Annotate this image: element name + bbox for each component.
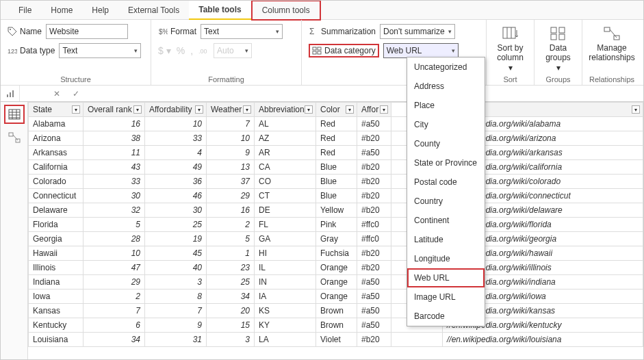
cell-afc[interactable]: #ffc0 xyxy=(357,218,391,232)
cell-abbr[interactable]: IA xyxy=(255,290,316,304)
cell-state[interactable]: California xyxy=(29,160,83,175)
dropdown-item[interactable]: Address xyxy=(407,77,485,96)
summarization-combo[interactable]: Don't summarize▾ xyxy=(380,24,455,39)
filter-icon[interactable]: ▾ xyxy=(305,105,313,114)
cell-afc[interactable]: #b20 xyxy=(357,333,391,347)
cell-rank[interactable]: 11 xyxy=(83,146,145,160)
commit-icon[interactable]: ✓ xyxy=(66,86,86,101)
cell-site[interactable]: //en.wikipedia.org/wiki/louisiana xyxy=(443,333,643,347)
name-input[interactable]: Website xyxy=(46,24,128,39)
cell-abbr[interactable]: IL xyxy=(255,261,316,275)
cell-color[interactable]: Yellow xyxy=(316,203,357,218)
cell-weather[interactable]: 15 xyxy=(207,318,255,333)
cell-abbr[interactable]: CA xyxy=(255,160,316,175)
filter-icon[interactable]: ▾ xyxy=(243,105,251,114)
cell-rank[interactable]: 7 xyxy=(83,304,145,318)
formula-input[interactable] xyxy=(86,86,643,101)
table-row[interactable]: Iowa2834IAOrange#a50//en.wikipedia.org/w… xyxy=(29,290,643,304)
cell-color[interactable]: Gray xyxy=(316,232,357,246)
cell-weather[interactable]: 25 xyxy=(207,275,255,290)
cell-afford[interactable]: 8 xyxy=(145,290,207,304)
column-header[interactable]: Overall rank▾ xyxy=(83,103,145,117)
table-row[interactable]: Florida5252FLPink#ffc0//en.wikipedia.org… xyxy=(29,218,643,232)
table-row[interactable]: Hawaii10451HIFuchsia#b20//en.wikipedia.o… xyxy=(29,246,643,261)
filter-icon[interactable]: ▾ xyxy=(632,105,640,114)
model-view-button[interactable] xyxy=(4,128,25,147)
column-header[interactable]: State▾ xyxy=(29,103,83,117)
cell-abbr[interactable]: AL xyxy=(255,117,316,131)
table-row[interactable]: Colorado333637COBlue#b20//en.wikipedia.o… xyxy=(29,175,643,189)
table-row[interactable]: Arkansas1149ARRed#a50//en.wikipedia.org/… xyxy=(29,146,643,160)
chart-view-icon[interactable] xyxy=(1,86,20,101)
dropdown-item[interactable]: Image URL xyxy=(407,287,485,307)
dropdown-item[interactable]: Postal code xyxy=(407,172,485,192)
cell-rank[interactable]: 29 xyxy=(83,275,145,290)
data-grid[interactable]: State▾Overall rank▾Affordability▾Weather… xyxy=(28,102,643,359)
cell-abbr[interactable]: KS xyxy=(255,304,316,318)
cell-rank[interactable]: 6 xyxy=(83,318,145,333)
cell-state[interactable]: Iowa xyxy=(29,290,83,304)
cell-afford[interactable]: 7 xyxy=(145,304,207,318)
cell-weather[interactable]: 7 xyxy=(207,117,255,131)
datatype-combo[interactable]: Text▾ xyxy=(59,43,141,58)
cell-rank[interactable]: 16 xyxy=(83,117,145,131)
cell-state[interactable]: Alabama xyxy=(29,117,83,131)
filter-icon[interactable]: ▾ xyxy=(195,105,203,114)
cell-state[interactable]: Illinois xyxy=(29,261,83,275)
cell-afford[interactable]: 36 xyxy=(145,175,207,189)
data-groups-button[interactable]: Datagroups ▾ xyxy=(541,24,575,74)
cell-state[interactable]: Arkansas xyxy=(29,146,83,160)
cell-state[interactable]: Kentucky xyxy=(29,318,83,333)
cell-state[interactable]: Kansas xyxy=(29,304,83,318)
tab-help[interactable]: Help xyxy=(82,1,118,19)
dropdown-item[interactable]: Continent xyxy=(407,211,485,230)
cell-afc[interactable]: #b20 xyxy=(357,131,391,146)
dropdown-item[interactable]: Uncategorized xyxy=(407,57,485,77)
dropdown-item[interactable]: Web URL xyxy=(407,268,485,287)
cell-afford[interactable]: 49 xyxy=(145,160,207,175)
dropdown-item[interactable]: Barcode xyxy=(407,307,485,326)
cell-afford[interactable]: 40 xyxy=(145,261,207,275)
cell-abbr[interactable]: KY xyxy=(255,318,316,333)
data-view-button[interactable] xyxy=(4,105,25,124)
table-row[interactable]: California434913CABlue#b20//en.wikipedia… xyxy=(29,160,643,175)
cell-color[interactable]: Orange xyxy=(316,275,357,290)
cell-weather[interactable]: 13 xyxy=(207,160,255,175)
cell-abbr[interactable]: FL xyxy=(255,218,316,232)
cell-state[interactable]: Louisiana xyxy=(29,333,83,347)
cell-weather[interactable]: 3 xyxy=(207,333,255,347)
cell-rank[interactable]: 10 xyxy=(83,246,145,261)
table-row[interactable]: Arizona383310AZRed#b20//en.wikipedia.org… xyxy=(29,131,643,146)
table-row[interactable]: Connecticut304629CTBlue#b20//en.wikipedi… xyxy=(29,189,643,203)
cell-color[interactable]: Pink xyxy=(316,218,357,232)
cell-abbr[interactable]: CO xyxy=(255,175,316,189)
cell-abbr[interactable]: IN xyxy=(255,275,316,290)
cell-afc[interactable]: #a50 xyxy=(357,117,391,131)
cell-rank[interactable]: 28 xyxy=(83,232,145,246)
cell-abbr[interactable]: CT xyxy=(255,189,316,203)
table-row[interactable]: Georgia28195GAGray#ffc0//en.wikipedia.or… xyxy=(29,232,643,246)
cell-color[interactable]: Violet xyxy=(316,333,357,347)
filter-icon[interactable]: ▾ xyxy=(133,105,142,114)
column-header[interactable]: Abbreviation▾ xyxy=(255,103,316,117)
cell-abbr[interactable]: LA xyxy=(255,333,316,347)
cell-afc[interactable]: #b20 xyxy=(357,160,391,175)
cell-afford[interactable]: 9 xyxy=(145,318,207,333)
cell-weather[interactable]: 9 xyxy=(207,146,255,160)
tab-column-tools[interactable]: Column tools xyxy=(251,0,321,21)
cell-color[interactable]: Fuchsia xyxy=(316,246,357,261)
table-row[interactable]: Delaware323016DEYellow#b20//en.wikipedia… xyxy=(29,203,643,218)
cell-abbr[interactable]: AZ xyxy=(255,131,316,146)
cell-state[interactable]: Arizona xyxy=(29,131,83,146)
datacategory-combo[interactable]: Web URL▾ xyxy=(383,43,459,58)
dropdown-item[interactable]: County xyxy=(407,134,485,153)
cancel-icon[interactable]: ✕ xyxy=(47,86,66,101)
cell-state[interactable]: Colorado xyxy=(29,175,83,189)
cell-afford[interactable]: 19 xyxy=(145,232,207,246)
cell-afc[interactable]: #b20 xyxy=(357,246,391,261)
cell-weather[interactable]: 37 xyxy=(207,175,255,189)
table-row[interactable]: Kansas7720KSBrown#a50//en.wikipedia.org/… xyxy=(29,304,643,318)
table-row[interactable]: Alabama16107ALRed#a50//en.wikipedia.org/… xyxy=(29,117,643,131)
cell-state[interactable]: Florida xyxy=(29,218,83,232)
cell-weather[interactable]: 29 xyxy=(207,189,255,203)
